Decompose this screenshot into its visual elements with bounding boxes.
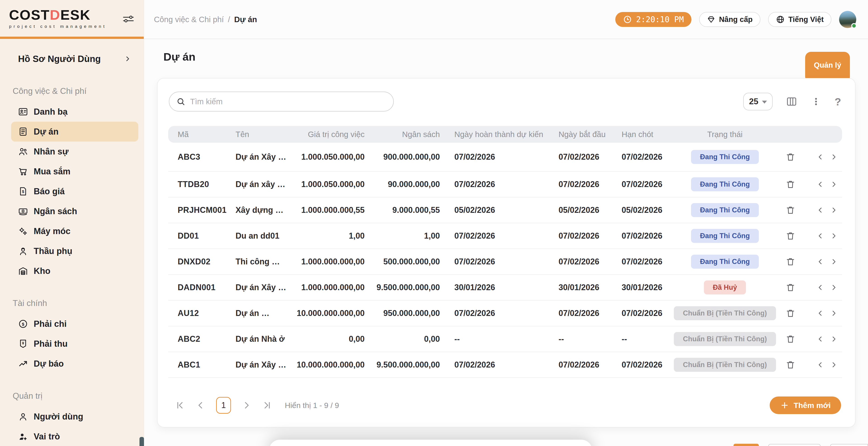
table-row[interactable]: ABC1 Dự án Xây … 10.000.000.000,00 9.500… bbox=[168, 352, 842, 378]
column-header-name[interactable]: Tên bbox=[236, 130, 305, 139]
delete-row-icon[interactable] bbox=[785, 360, 796, 370]
row-prev-icon[interactable] bbox=[817, 207, 824, 214]
row-prev-icon[interactable] bbox=[817, 335, 824, 343]
row-next-icon[interactable] bbox=[830, 335, 837, 343]
machine-icon bbox=[18, 226, 28, 236]
sidebar-item-nhan-su[interactable]: Nhân sự bbox=[11, 142, 138, 161]
table-row[interactable]: AU12 Dự án … 10.000.000.000,00 950.000.0… bbox=[168, 301, 842, 326]
sidebar-item-ngan-sach[interactable]: Ngân sách bbox=[11, 201, 138, 221]
table-row[interactable]: DD01 Du an dd01 1,00 1,00 07/02/2026 07/… bbox=[168, 223, 842, 249]
status-badge: Đang Thi Công bbox=[691, 255, 759, 269]
help-icon[interactable]: ? bbox=[835, 95, 841, 108]
row-next-icon[interactable] bbox=[830, 232, 837, 239]
search-input[interactable] bbox=[190, 97, 386, 106]
upgrade-button[interactable]: Nâng cấp bbox=[699, 12, 761, 27]
delete-row-icon[interactable] bbox=[785, 257, 796, 267]
sidebar-item-phai-thu[interactable]: ¥ Phải thu bbox=[11, 334, 138, 354]
row-next-icon[interactable] bbox=[830, 309, 837, 317]
sidebar-item-kho[interactable]: Kho bbox=[11, 261, 138, 281]
sidebar-item-phai-chi[interactable]: $ Phải chi bbox=[11, 314, 138, 334]
cell-name: Dự án Nhà ở bbox=[236, 334, 305, 344]
status-badge: Chuẩn Bị (Tiền Thi Công) bbox=[674, 332, 776, 346]
delete-row-icon[interactable] bbox=[785, 282, 796, 293]
table-row[interactable]: DNXD02 Thi công … 1.000.000.000,00 500.0… bbox=[168, 249, 842, 275]
table-row[interactable]: DADN001 Dự án Xây … 1.000.000.000,00 9.5… bbox=[168, 275, 842, 301]
cart-icon bbox=[18, 166, 28, 177]
delete-row-icon[interactable] bbox=[785, 334, 796, 344]
delete-row-icon[interactable] bbox=[785, 152, 796, 162]
row-prev-icon[interactable] bbox=[817, 258, 824, 265]
row-next-icon[interactable] bbox=[830, 153, 837, 160]
page-size-select[interactable]: 25 bbox=[743, 93, 773, 110]
bottom-orange-button-sliver[interactable] bbox=[734, 444, 759, 446]
table-toolbar: 25 ? bbox=[158, 79, 855, 112]
logo-tagline: project cost management bbox=[9, 24, 107, 29]
sidebar-item-nguoi-dung[interactable]: Người dùng bbox=[11, 407, 138, 426]
sidebar-scrollbar-thumb[interactable] bbox=[140, 437, 144, 446]
column-header-start-date[interactable]: Ngày bắt đầu bbox=[553, 130, 616, 139]
column-header-code[interactable]: Mã bbox=[168, 130, 236, 139]
add-new-button[interactable]: Thêm mới bbox=[770, 396, 841, 414]
language-button[interactable]: Tiếng Việt bbox=[768, 12, 832, 27]
clock-widget[interactable]: 2:20:10 PM bbox=[615, 12, 691, 27]
sidebar-item-du-bao[interactable]: Dự báo bbox=[11, 354, 138, 374]
receivable-icon: ¥ bbox=[18, 338, 28, 349]
delete-row-icon[interactable] bbox=[785, 179, 796, 189]
last-page-icon[interactable] bbox=[262, 400, 272, 410]
row-next-icon[interactable] bbox=[830, 207, 837, 214]
sidebar-item-danh-ba[interactable]: Danh bạ bbox=[11, 102, 138, 122]
svg-text:$: $ bbox=[22, 322, 24, 327]
cell-name: Dự án Xây … bbox=[236, 360, 305, 369]
table-row[interactable]: ABC3 Dự án Xây … 1.000.050.000,00 900.00… bbox=[168, 143, 842, 172]
row-next-icon[interactable] bbox=[830, 258, 837, 265]
sidebar-item-may-moc[interactable]: Máy móc bbox=[11, 221, 138, 241]
delete-row-icon[interactable] bbox=[785, 308, 796, 319]
avatar[interactable] bbox=[839, 11, 856, 28]
row-prev-icon[interactable] bbox=[817, 361, 824, 368]
column-header-status[interactable]: Trạng thái bbox=[707, 130, 743, 139]
column-header-budget[interactable]: Ngân sách bbox=[402, 130, 443, 139]
sidebar-item-du-an[interactable]: Dự án bbox=[11, 122, 138, 142]
search-box[interactable] bbox=[169, 92, 394, 112]
row-next-icon[interactable] bbox=[830, 181, 837, 188]
row-next-icon[interactable] bbox=[830, 284, 837, 291]
delete-row-icon[interactable] bbox=[785, 205, 796, 215]
row-prev-icon[interactable] bbox=[817, 153, 824, 160]
sidebar-item-label: Máy móc bbox=[34, 227, 70, 236]
sidebar-item-label: Người dùng bbox=[34, 412, 83, 422]
row-prev-icon[interactable] bbox=[817, 232, 824, 239]
breadcrumb-parent[interactable]: Công việc & Chi phí bbox=[154, 15, 224, 24]
sidebar-item-vai-tro[interactable]: Vai trò bbox=[11, 426, 138, 446]
sidebar: COSTDESK project cost management Hồ Sơ N… bbox=[0, 0, 144, 446]
row-prev-icon[interactable] bbox=[817, 309, 824, 317]
bottom-gray-button-sliver[interactable] bbox=[768, 444, 820, 446]
row-prev-icon[interactable] bbox=[817, 181, 824, 188]
sidebar-toggle-icon[interactable] bbox=[122, 14, 135, 24]
table-row[interactable]: PRJHCM001 Xây dựng … 1.000.000.000,55 9.… bbox=[168, 198, 842, 223]
column-header-deadline[interactable]: Hạn chót bbox=[616, 130, 681, 139]
sidebar-item-label: Vai trò bbox=[34, 432, 60, 442]
table-row[interactable]: ABC2 Dự án Nhà ở 0,00 0,00 -- -- -- Chuẩ… bbox=[168, 326, 842, 352]
cell-expected-finish: 07/02/2026 bbox=[443, 231, 553, 241]
column-header-work-value[interactable]: Giá trị công việc bbox=[308, 130, 368, 139]
cell-expected-finish: 07/02/2026 bbox=[443, 257, 553, 266]
first-page-icon[interactable] bbox=[176, 400, 185, 410]
kebab-menu-icon[interactable] bbox=[811, 96, 822, 107]
sidebar-item-thau-phu[interactable]: Thầu phụ bbox=[11, 241, 138, 261]
sidebar-item-profile[interactable]: Hồ Sơ Người Dùng bbox=[5, 49, 138, 69]
sidebar-item-mua-sam[interactable]: Mua sắm bbox=[11, 161, 138, 181]
row-next-icon[interactable] bbox=[830, 361, 837, 368]
columns-icon[interactable] bbox=[786, 96, 798, 108]
next-page-icon[interactable] bbox=[242, 400, 251, 410]
delete-row-icon[interactable] bbox=[785, 231, 796, 241]
bottom-gray-button-sliver-2[interactable] bbox=[830, 444, 868, 446]
table-row[interactable]: TTDB20 Dự án xây … 1.000.050.000,00 90.0… bbox=[168, 172, 842, 198]
column-header-expected-finish[interactable]: Ngày hoàn thành dự kiến bbox=[443, 130, 553, 139]
prev-page-icon[interactable] bbox=[196, 400, 205, 410]
logo-d: D bbox=[50, 7, 60, 23]
page-number-button[interactable]: 1 bbox=[216, 397, 231, 414]
row-prev-icon[interactable] bbox=[817, 284, 824, 291]
projects-card: 25 ? Mã Tên Giá trị công việc Ngân sách … bbox=[157, 78, 856, 427]
sidebar-item-bao-gia[interactable]: $ Báo giá bbox=[11, 181, 138, 201]
cell-start-date: 05/02/2026 bbox=[553, 205, 616, 215]
